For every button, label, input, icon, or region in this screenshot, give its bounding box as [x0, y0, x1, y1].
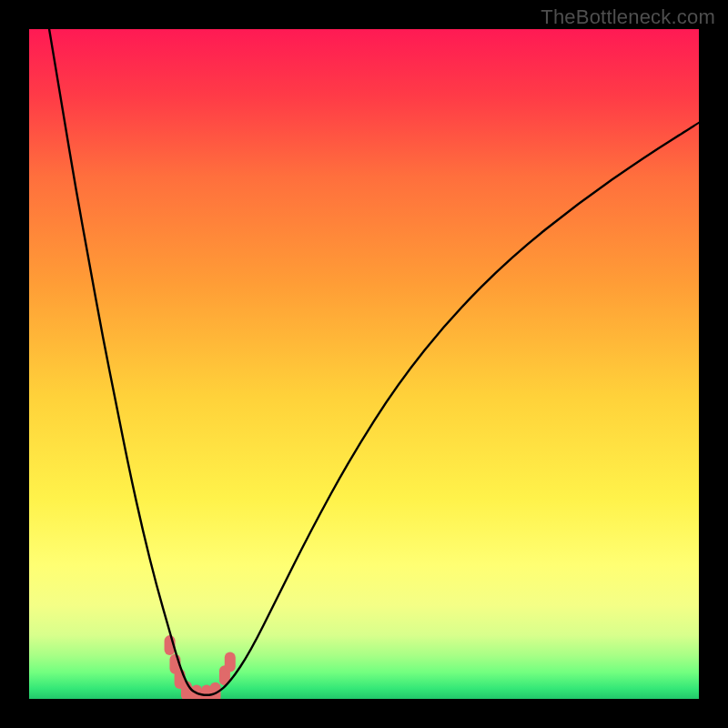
watermark-text: TheBottleneck.com: [541, 5, 715, 29]
chart-frame: TheBottleneck.com: [0, 0, 728, 728]
svg-rect-0: [29, 29, 699, 699]
plot-area: [29, 29, 699, 699]
background-gradient: [29, 29, 699, 699]
